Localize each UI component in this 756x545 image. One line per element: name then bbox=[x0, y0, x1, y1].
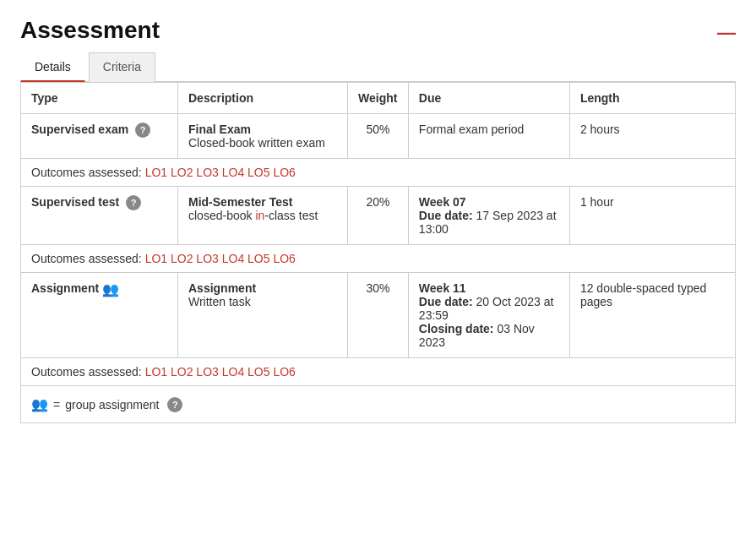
desc-sub-2: closed-book in-class test bbox=[188, 209, 337, 222]
lo6-link-3[interactable]: LO6 bbox=[273, 365, 295, 379]
col-length: Length bbox=[569, 83, 735, 114]
length-cell-2: 1 hour bbox=[569, 187, 735, 245]
outcomes-label-1: Outcomes assessed: bbox=[31, 166, 142, 179]
page-title: Assessment bbox=[20, 17, 160, 44]
outcomes-row-3: Outcomes assessed: LO1 LO2 LO3 LO4 LO5 L… bbox=[21, 358, 736, 386]
col-due: Due bbox=[408, 83, 569, 114]
length-cell-1: 2 hours bbox=[569, 114, 735, 159]
weight-cell-1: 50% bbox=[348, 114, 409, 159]
table-row: Assignment 👥 Assignment Written task 30%… bbox=[21, 273, 736, 358]
type-label-2: Supervised test bbox=[31, 195, 119, 209]
outcomes-label-3: Outcomes assessed: bbox=[31, 365, 142, 379]
footer-content: 👥 = group assignment ? bbox=[31, 396, 725, 412]
minimize-icon[interactable]: — bbox=[717, 24, 736, 42]
lo3-link-3[interactable]: LO3 bbox=[196, 365, 218, 379]
length-cell-3: 12 double-spaced typed pages bbox=[569, 273, 735, 358]
outcomes-cell-2: Outcomes assessed: LO1 LO2 LO3 LO4 LO5 L… bbox=[21, 245, 736, 273]
lo2-link-1[interactable]: LO2 bbox=[171, 166, 193, 179]
footer-equals: = bbox=[53, 398, 60, 411]
outcomes-cell-3: Outcomes assessed: LO1 LO2 LO3 LO4 LO5 L… bbox=[21, 358, 736, 386]
desc-sub-3: Written task bbox=[188, 295, 337, 308]
col-weight: Weight bbox=[348, 83, 409, 114]
in-class-link[interactable]: in bbox=[255, 209, 264, 222]
desc-sub-1: Closed-book written exam bbox=[188, 136, 337, 150]
lo1-link-1[interactable]: LO1 bbox=[145, 166, 167, 179]
lo1-link-3[interactable]: LO1 bbox=[145, 365, 167, 379]
type-label-1: Supervised exam bbox=[31, 123, 128, 136]
lo5-link-2[interactable]: LO5 bbox=[247, 252, 269, 265]
outcomes-cell-1: Outcomes assessed: LO1 LO2 LO3 LO4 LO5 L… bbox=[21, 159, 736, 187]
type-cell-3: Assignment 👥 bbox=[21, 273, 178, 358]
desc-cell-2: Mid-Semester Test closed-book in-class t… bbox=[178, 187, 348, 245]
table-row: Supervised test ? Mid-Semester Test clos… bbox=[21, 187, 736, 245]
lo4-link-3[interactable]: LO4 bbox=[222, 365, 244, 379]
closing-date-3: Closing date: 03 Nov 2023 bbox=[419, 322, 559, 349]
due-week-3: Week 11 bbox=[419, 281, 559, 295]
lo4-link-2[interactable]: LO4 bbox=[222, 252, 244, 265]
lo5-link-1[interactable]: LO5 bbox=[247, 166, 269, 179]
outcomes-row-2: Outcomes assessed: LO1 LO2 LO3 LO4 LO5 L… bbox=[21, 245, 736, 273]
footer-cell: 👥 = group assignment ? bbox=[21, 386, 736, 423]
outcomes-row-1: Outcomes assessed: LO1 LO2 LO3 LO4 LO5 L… bbox=[21, 159, 736, 187]
weight-cell-3: 30% bbox=[348, 273, 409, 358]
footer-row: 👥 = group assignment ? bbox=[21, 386, 736, 423]
col-description: Description bbox=[178, 83, 348, 114]
lo6-link-1[interactable]: LO6 bbox=[273, 166, 295, 179]
due-label-2: Due date: bbox=[419, 209, 473, 222]
weight-cell-2: 20% bbox=[348, 187, 409, 245]
help-icon-1[interactable]: ? bbox=[135, 123, 150, 138]
outcomes-label-2: Outcomes assessed: bbox=[31, 252, 142, 265]
due-date-label-3: Due date: bbox=[419, 295, 473, 308]
desc-title-3: Assignment bbox=[188, 281, 337, 295]
due-week-2: Week 07 bbox=[419, 195, 559, 209]
lo4-link-1[interactable]: LO4 bbox=[222, 166, 244, 179]
type-label-3: Assignment bbox=[31, 281, 99, 295]
group-icon-3: 👥 bbox=[102, 281, 119, 297]
lo5-link-3[interactable]: LO5 bbox=[247, 365, 269, 379]
page-header: Assessment — bbox=[20, 17, 736, 44]
due-date-3: Due date: 20 Oct 2023 at 23:59 bbox=[419, 295, 559, 322]
type-cell-2: Supervised test ? bbox=[21, 187, 178, 245]
tab-details[interactable]: Details bbox=[20, 52, 85, 82]
desc-title-2: Mid-Semester Test bbox=[188, 195, 337, 209]
lo2-link-2[interactable]: LO2 bbox=[171, 252, 193, 265]
tab-bar: Details Criteria bbox=[20, 52, 736, 82]
col-type: Type bbox=[21, 83, 178, 114]
desc-cell-1: Final Exam Closed-book written exam bbox=[178, 114, 348, 159]
assessment-table: Type Description Weight Due Length Super… bbox=[20, 82, 736, 423]
help-icon-2[interactable]: ? bbox=[126, 195, 141, 210]
lo1-link-2[interactable]: LO1 bbox=[145, 252, 167, 265]
desc-cell-3: Assignment Written task bbox=[178, 273, 348, 358]
footer-help-icon[interactable]: ? bbox=[167, 397, 182, 412]
closing-label-3: Closing date: bbox=[419, 322, 494, 335]
table-row: Supervised exam ? Final Exam Closed-book… bbox=[21, 114, 736, 159]
footer-label: group assignment bbox=[65, 398, 159, 411]
tab-criteria[interactable]: Criteria bbox=[89, 52, 155, 82]
due-cell-2: Week 07 Due date: 17 Sep 2023 at 13:00 bbox=[408, 187, 569, 245]
footer-group-icon: 👥 bbox=[31, 396, 48, 412]
due-date-2: Due date: 17 Sep 2023 at 13:00 bbox=[419, 209, 559, 236]
due-cell-3: Week 11 Due date: 20 Oct 2023 at 23:59 C… bbox=[408, 273, 569, 358]
lo3-link-1[interactable]: LO3 bbox=[196, 166, 218, 179]
desc-title-1: Final Exam bbox=[188, 123, 337, 136]
lo3-link-2[interactable]: LO3 bbox=[196, 252, 218, 265]
lo2-link-3[interactable]: LO2 bbox=[171, 365, 193, 379]
lo6-link-2[interactable]: LO6 bbox=[273, 252, 295, 265]
due-cell-1: Formal exam period bbox=[408, 114, 569, 159]
type-cell-1: Supervised exam ? bbox=[21, 114, 178, 159]
